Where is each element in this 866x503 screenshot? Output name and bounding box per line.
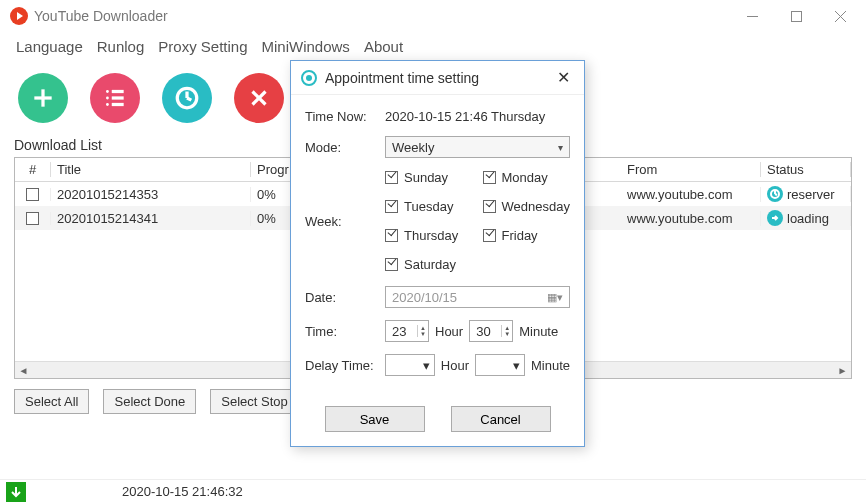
delay-hour-select[interactable]: ▾ <box>385 354 435 376</box>
row-title: 20201015214353 <box>51 187 251 202</box>
dialog-icon <box>301 70 317 86</box>
svg-point-8 <box>106 97 109 100</box>
row-status: loading <box>787 211 829 226</box>
label-minute: Minute <box>531 358 570 373</box>
label-time: Time: <box>305 324 385 339</box>
calendar-icon: ▦▾ <box>547 291 563 304</box>
list-button[interactable] <box>90 73 140 123</box>
menu-miniwindows[interactable]: MiniWindows <box>258 36 354 57</box>
maximize-button[interactable] <box>774 0 818 32</box>
download-indicator-icon[interactable] <box>6 482 26 502</box>
status-icon <box>767 210 783 226</box>
checkbox-icon[interactable] <box>483 200 496 213</box>
weekday-tuesday[interactable]: Tuesday <box>385 199 473 214</box>
app-title: YouTube Downloader <box>34 8 168 24</box>
cancel-button[interactable]: Cancel <box>451 406 551 432</box>
appointment-dialog: Appointment time setting ✕ Time Now: 202… <box>290 60 585 447</box>
chevron-down-icon: ▾ <box>423 358 430 373</box>
weekday-thursday[interactable]: Thursday <box>385 228 473 243</box>
row-title: 20201015214341 <box>51 211 251 226</box>
svg-point-10 <box>106 103 109 106</box>
scroll-left-icon[interactable]: ◄ <box>15 362 32 379</box>
delay-minute-select[interactable]: ▾ <box>475 354 525 376</box>
svg-point-6 <box>106 90 109 93</box>
save-button[interactable]: Save <box>325 406 425 432</box>
row-checkbox[interactable] <box>26 212 39 225</box>
chevron-down-icon: ▾ <box>558 142 563 153</box>
weekday-monday[interactable]: Monday <box>483 170 571 185</box>
col-status[interactable]: Status <box>761 162 851 177</box>
label-minute: Minute <box>519 324 558 339</box>
label-hour: Hour <box>441 358 469 373</box>
weekday-sunday[interactable]: Sunday <box>385 170 473 185</box>
scroll-right-icon[interactable]: ► <box>834 362 851 379</box>
checkbox-icon[interactable] <box>385 229 398 242</box>
cancel-all-button[interactable] <box>234 73 284 123</box>
menu-runlog[interactable]: Runlog <box>93 36 149 57</box>
date-input[interactable]: 2020/10/15▦▾ <box>385 286 570 308</box>
dialog-close-button[interactable]: ✕ <box>553 68 574 87</box>
time-hour-spinner[interactable]: 23▲▼ <box>385 320 429 342</box>
row-checkbox[interactable] <box>26 188 39 201</box>
time-minute-spinner[interactable]: 30▲▼ <box>469 320 513 342</box>
select-stop-button[interactable]: Select Stop <box>210 389 299 414</box>
checkbox-icon[interactable] <box>483 171 496 184</box>
spinner-arrows-icon[interactable]: ▲▼ <box>501 325 510 337</box>
row-from: www.youtube.com <box>621 187 761 202</box>
mode-select[interactable]: Weekly▾ <box>385 136 570 158</box>
menu-about[interactable]: About <box>360 36 407 57</box>
weekday-friday[interactable]: Friday <box>483 228 571 243</box>
menubar: Language Runlog Proxy Setting MiniWindow… <box>0 32 866 63</box>
menu-proxy[interactable]: Proxy Setting <box>154 36 251 57</box>
chevron-down-icon: ▾ <box>513 358 520 373</box>
dialog-title: Appointment time setting <box>325 70 553 86</box>
select-all-button[interactable]: Select All <box>14 389 89 414</box>
schedule-button[interactable] <box>162 73 212 123</box>
col-num[interactable]: # <box>15 162 51 177</box>
row-from: www.youtube.com <box>621 211 761 226</box>
spinner-arrows-icon[interactable]: ▲▼ <box>417 325 426 337</box>
checkbox-icon[interactable] <box>385 200 398 213</box>
col-from[interactable]: From <box>621 162 761 177</box>
statusbar-time: 2020-10-15 21:46:32 <box>122 484 243 499</box>
label-date: Date: <box>305 290 385 305</box>
add-button[interactable] <box>18 73 68 123</box>
status-icon <box>767 186 783 202</box>
row-status: reserver <box>787 187 835 202</box>
app-icon <box>10 7 28 25</box>
value-time-now: 2020-10-15 21:46 Thursday <box>385 109 570 124</box>
label-mode: Mode: <box>305 140 385 155</box>
col-title[interactable]: Title <box>51 162 251 177</box>
label-time-now: Time Now: <box>305 109 385 124</box>
label-delay: Delay Time: <box>305 358 385 373</box>
checkbox-icon[interactable] <box>385 258 398 271</box>
checkbox-icon[interactable] <box>385 171 398 184</box>
minimize-button[interactable] <box>730 0 774 32</box>
label-week: Week: <box>305 170 385 229</box>
label-hour: Hour <box>435 324 463 339</box>
svg-rect-1 <box>791 11 801 21</box>
svg-line-19 <box>775 194 777 195</box>
weekday-saturday[interactable]: Saturday <box>385 257 473 272</box>
menu-language[interactable]: Language <box>12 36 87 57</box>
svg-line-14 <box>187 98 191 100</box>
close-button[interactable] <box>818 0 862 32</box>
select-done-button[interactable]: Select Done <box>103 389 196 414</box>
weekday-wednesday[interactable]: Wednesday <box>483 199 571 214</box>
checkbox-icon[interactable] <box>483 229 496 242</box>
